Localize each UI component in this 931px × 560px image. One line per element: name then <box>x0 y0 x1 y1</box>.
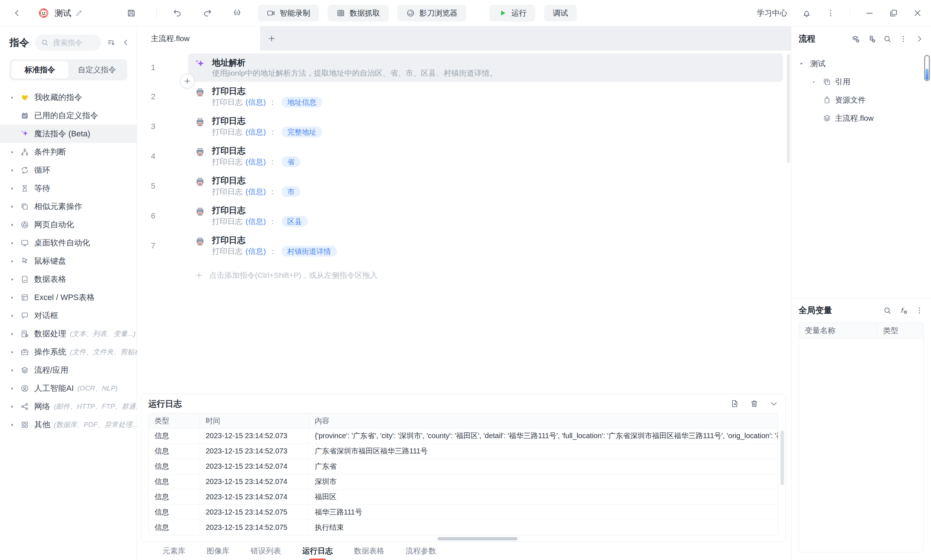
sidebar-item-1[interactable]: 已用的自定义指令 <box>0 106 137 125</box>
flow-step-2[interactable]: 2打印日志打印日志(信息)：地址信息 <box>141 82 791 112</box>
add-flow-button[interactable] <box>851 35 860 43</box>
variables-more-button[interactable] <box>915 306 924 315</box>
edit-title-icon[interactable] <box>75 9 83 17</box>
tab-standard-instructions[interactable]: 标准指令 <box>11 61 68 78</box>
add-tab-button[interactable] <box>260 26 283 51</box>
undo-button[interactable] <box>173 8 182 18</box>
canvas-scrollbar[interactable] <box>787 54 790 386</box>
log-cell-content: 深圳市 <box>309 474 778 489</box>
debug-button[interactable]: 调试 <box>544 5 577 22</box>
search-variables-icon[interactable] <box>883 306 892 315</box>
clear-log-button[interactable] <box>750 399 759 408</box>
save-button[interactable] <box>126 8 136 18</box>
step-card[interactable]: 打印日志打印日志(信息)：市 <box>188 171 783 201</box>
sidebar-item-14[interactable]: 操作系统(文件、文件夹、剪贴板...) <box>0 343 137 361</box>
sidebar-item-5[interactable]: 等待 <box>0 179 137 197</box>
step-card[interactable]: 打印日志打印日志(信息)：村镇街道详情 <box>188 231 783 261</box>
sidebar-item-4[interactable]: 循环 <box>0 161 137 179</box>
back-button[interactable] <box>12 8 22 18</box>
collapse-flow-panel-button[interactable] <box>915 35 924 43</box>
step-variable-pill[interactable]: 地址信息 <box>282 97 322 108</box>
search-flow-icon[interactable] <box>883 35 892 43</box>
add-python-button[interactable] <box>867 35 876 43</box>
insert-step-button[interactable] <box>180 74 195 88</box>
step-variable-pill[interactable]: 省 <box>282 156 300 167</box>
code-snippet-button[interactable] <box>232 8 242 18</box>
learn-center-link[interactable]: 学习中心 <box>757 8 787 18</box>
step-card[interactable]: 地址解析使用jionlp中的地址解析方法，提取地址中的自治区、省、市、区县、村镇… <box>188 54 783 82</box>
step-card[interactable]: 打印日志打印日志(信息)：完整地址 <box>188 112 783 142</box>
bottom-tab-2[interactable]: 错误列表 <box>251 545 281 557</box>
add-instruction-hint[interactable]: 点击添加指令(Ctrl+Shift+P)，或从左侧指令区拖入 <box>195 270 791 280</box>
add-variable-button[interactable] <box>899 306 908 315</box>
notification-bell-icon[interactable] <box>802 8 811 18</box>
sidebar-item-3[interactable]: 条件判断 <box>0 143 137 161</box>
flow-step-4[interactable]: 4打印日志打印日志(信息)：省 <box>141 142 791 171</box>
bottom-tab-0[interactable]: 元素库 <box>163 545 185 557</box>
flow-step-1[interactable]: 1地址解析使用jionlp中的地址解析方法，提取地址中的自治区、省、市、区县、村… <box>141 54 791 82</box>
log-horizontal-scrollbar[interactable] <box>437 537 517 540</box>
sidebar-item-12[interactable]: 对话框 <box>0 306 137 325</box>
log-row-3[interactable]: 信息2023-12-15 23:14:52.074深圳市 <box>149 474 778 489</box>
collapse-log-button[interactable] <box>769 399 778 408</box>
flow-step-6[interactable]: 6打印日志打印日志(信息)：区县 <box>141 201 791 231</box>
step-variable-pill[interactable]: 区县 <box>282 216 308 227</box>
bottom-tab-5[interactable]: 流程参数 <box>405 545 436 557</box>
step-card[interactable]: 打印日志打印日志(信息)：省 <box>188 142 783 171</box>
log-row-1[interactable]: 信息2023-12-15 23:14:52.073广东省深圳市福田区福华三路11… <box>149 444 778 459</box>
sidebar-item-10[interactable]: 数据表格 <box>0 270 137 288</box>
step-card[interactable]: 打印日志打印日志(信息)：地址信息 <box>188 82 783 112</box>
log-row-5[interactable]: 信息2023-12-15 23:14:52.075福华三路111号 <box>149 505 778 520</box>
smart-record-button[interactable]: 智能录制 <box>258 5 319 22</box>
yingdao-browser-button[interactable]: 影刀浏览器 <box>397 5 466 22</box>
step-variable-pill[interactable]: 村镇街道详情 <box>282 246 337 257</box>
sidebar-item-11[interactable]: Excel / WPS表格 <box>0 288 137 306</box>
search-input[interactable] <box>52 38 95 47</box>
search-instructions-box[interactable] <box>35 35 101 51</box>
sidebar-item-2[interactable]: 魔法指令 (Beta) <box>0 125 137 143</box>
bottom-tab-1[interactable]: 图像库 <box>206 545 229 557</box>
step-log-level: (信息) <box>245 157 266 166</box>
flow-tree-item-0[interactable]: 测试 <box>799 55 924 73</box>
panel-scroll-indicator[interactable] <box>924 55 930 81</box>
flow-tree-item-3[interactable]: 主流程.flow <box>799 109 924 127</box>
log-row-2[interactable]: 信息2023-12-15 23:14:52.074广东省 <box>149 459 778 474</box>
flow-more-button[interactable] <box>899 35 908 43</box>
flow-step-5[interactable]: 5打印日志打印日志(信息)：市 <box>141 171 791 201</box>
flow-step-3[interactable]: 3打印日志打印日志(信息)：完整地址 <box>141 112 791 142</box>
close-button[interactable] <box>913 8 922 18</box>
more-menu-button[interactable] <box>826 8 836 18</box>
step-card[interactable]: 打印日志打印日志(信息)：区县 <box>188 201 783 231</box>
export-log-button[interactable] <box>730 399 739 408</box>
bottom-tab-4[interactable]: 数据表格 <box>354 545 385 557</box>
sidebar-item-0[interactable]: 我收藏的指令 <box>0 88 137 106</box>
log-row-4[interactable]: 信息2023-12-15 23:14:52.074福田区 <box>149 489 778 505</box>
flow-step-7[interactable]: 7打印日志打印日志(信息)：村镇街道详情 <box>141 231 791 261</box>
log-vertical-scrollbar[interactable] <box>780 431 784 522</box>
sidebar-item-6[interactable]: 相似元素操作 <box>0 197 137 215</box>
redo-button[interactable] <box>203 8 212 18</box>
sidebar-item-18[interactable]: 其他(数据库、PDF、异常处理...) <box>0 415 137 434</box>
sidebar-item-8[interactable]: 桌面软件自动化 <box>0 234 137 252</box>
maximize-button[interactable] <box>889 8 898 18</box>
log-row-0[interactable]: 信息2023-12-15 23:14:52.073{'province': '广… <box>149 428 778 444</box>
run-button[interactable]: 运行 <box>489 5 536 22</box>
sidebar-item-13[interactable]: 数据处理(文本、列表、变量...) <box>0 325 137 343</box>
tab-main-flow[interactable]: 主流程.flow <box>141 26 260 51</box>
log-row-6[interactable]: 信息2023-12-15 23:14:52.075执行结束 <box>149 520 778 535</box>
sidebar-item-9[interactable]: 鼠标键盘 <box>0 252 137 270</box>
sidebar-item-16[interactable]: 人工智能AI(OCR、NLP) <box>0 379 137 397</box>
sidebar-item-7[interactable]: 网页自动化 <box>0 215 137 234</box>
sort-icon[interactable] <box>107 38 115 47</box>
step-variable-pill[interactable]: 完整地址 <box>282 126 322 137</box>
step-variable-pill[interactable]: 市 <box>282 186 300 197</box>
sidebar-item-15[interactable]: 流程/应用 <box>0 361 137 379</box>
flow-tree-item-1[interactable]: 引用 <box>799 73 924 91</box>
sidebar-item-17[interactable]: 网络(邮件、HTTP、FTP、群通知...) <box>0 397 137 415</box>
minimize-button[interactable] <box>865 8 874 18</box>
collapse-sidebar-button[interactable] <box>122 38 130 47</box>
tab-custom-instructions[interactable]: 自定义指令 <box>68 61 125 78</box>
data-scrape-button[interactable]: 数据抓取 <box>328 5 389 22</box>
flow-tree-item-2[interactable]: 资源文件 <box>799 91 924 109</box>
bottom-tab-3[interactable]: 运行日志 <box>302 545 333 557</box>
